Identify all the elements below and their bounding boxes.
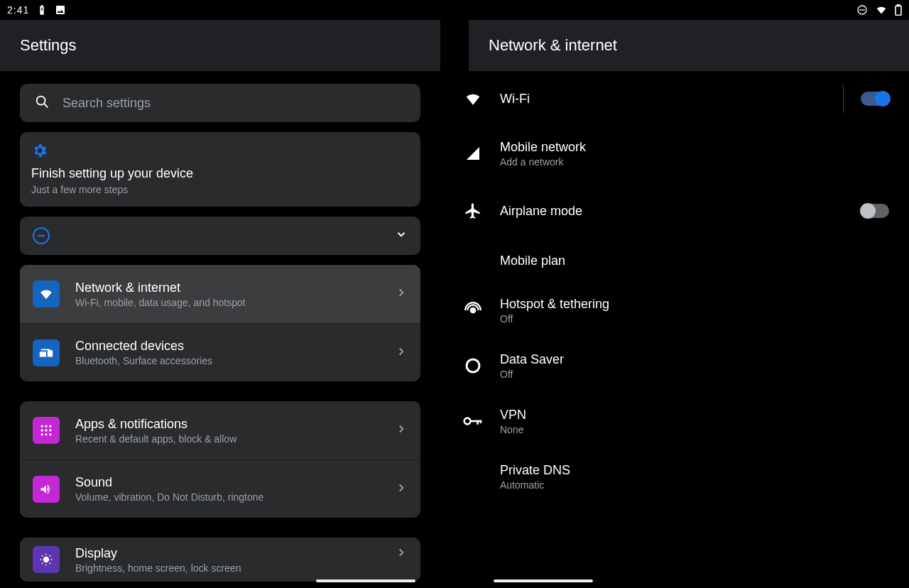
detail-title: Wi-Fi xyxy=(500,92,836,107)
airplane-icon xyxy=(453,202,493,220)
detail-title: Private DNS xyxy=(500,463,889,478)
nav-pill[interactable] xyxy=(316,579,415,582)
row-network[interactable]: Network & internet Wi-Fi, mobile, data u… xyxy=(20,265,420,323)
row-subtitle: Brightness, home screen, lock screen xyxy=(75,562,379,574)
svg-point-8 xyxy=(49,425,51,428)
dnd-icon xyxy=(856,4,868,16)
wifi-icon xyxy=(33,281,60,307)
svg-point-9 xyxy=(41,429,43,431)
image-icon xyxy=(55,4,66,16)
row-title: Connected devices xyxy=(75,339,379,354)
setup-subtitle: Just a few more steps xyxy=(31,184,409,195)
chevron-right-icon xyxy=(395,286,408,302)
detail-subtitle: Off xyxy=(500,313,889,325)
row-subtitle: Wi-Fi, mobile, data usage, and hotspot xyxy=(75,297,379,308)
wifi-icon xyxy=(453,89,493,108)
volume-icon xyxy=(33,476,60,503)
chevron-right-icon xyxy=(395,546,408,562)
detail-mobile-network[interactable]: Mobile network Add a network xyxy=(449,124,896,183)
detail-title: Hotspot & tethering xyxy=(500,297,889,312)
settings-group-2: Apps & notifications Recent & default ap… xyxy=(20,401,420,518)
detail-title: Mobile plan xyxy=(500,254,889,268)
battery-alert-icon xyxy=(36,4,48,16)
hotspot-icon xyxy=(453,301,493,320)
chevron-right-icon xyxy=(395,423,408,438)
nav-pill[interactable] xyxy=(494,579,593,582)
detail-subtitle: Add a network xyxy=(500,156,889,168)
clock: 2:41 xyxy=(7,4,29,16)
svg-point-14 xyxy=(49,433,51,435)
battery-empty-icon xyxy=(895,4,902,16)
detail-hotspot[interactable]: Hotspot & tethering Off xyxy=(449,283,896,338)
wifi-toggle[interactable] xyxy=(861,92,889,106)
svg-rect-3 xyxy=(897,4,899,6)
chevron-down-icon xyxy=(395,228,408,244)
row-sound[interactable]: Sound Volume, vibration, Do Not Disturb,… xyxy=(20,459,420,518)
row-title: Apps & notifications xyxy=(75,417,379,432)
svg-point-12 xyxy=(41,433,43,435)
detail-airplane[interactable]: Airplane mode xyxy=(449,183,896,239)
finish-setup-card[interactable]: Finish setting up your device Just a few… xyxy=(20,132,420,207)
svg-line-5 xyxy=(44,104,48,107)
row-subtitle: Bluetooth, Surface accessories xyxy=(75,355,379,366)
brightness-icon xyxy=(33,546,60,573)
airplane-toggle[interactable] xyxy=(861,204,889,218)
svg-rect-21 xyxy=(480,420,482,423)
svg-point-11 xyxy=(49,429,51,431)
status-bar: 2:41 xyxy=(0,0,909,20)
detail-title: Data Saver xyxy=(500,352,889,367)
svg-point-13 xyxy=(45,433,47,435)
search-icon xyxy=(34,94,50,112)
left-header: Settings xyxy=(0,20,440,71)
chevron-right-icon xyxy=(395,481,408,497)
suggestions-collapsed[interactable] xyxy=(20,217,420,255)
dnd-badge-icon xyxy=(33,227,50,244)
detail-title: Mobile network xyxy=(500,140,889,155)
gear-icon xyxy=(31,149,48,161)
vpn-key-icon xyxy=(453,414,493,428)
apps-icon xyxy=(33,417,60,444)
row-title: Sound xyxy=(75,475,379,490)
wifi-status-icon xyxy=(875,5,888,15)
right-title: Network & internet xyxy=(489,36,617,55)
svg-point-10 xyxy=(45,429,47,431)
svg-point-16 xyxy=(471,308,476,313)
row-connected-devices[interactable]: Connected devices Bluetooth, Surface acc… xyxy=(20,323,420,381)
detail-subtitle: Automatic xyxy=(500,479,889,491)
svg-point-17 xyxy=(467,359,479,372)
detail-vpn[interactable]: VPN None xyxy=(449,393,896,449)
detail-mobile-plan[interactable]: Mobile plan xyxy=(449,239,896,283)
datasaver-icon xyxy=(453,357,493,374)
chevron-right-icon xyxy=(395,345,408,361)
svg-rect-2 xyxy=(896,6,901,15)
detail-subtitle: None xyxy=(500,424,889,435)
svg-point-4 xyxy=(37,97,45,105)
row-display[interactable]: Display Brightness, home screen, lock sc… xyxy=(20,538,420,582)
setup-title: Finish setting up your device xyxy=(31,166,409,181)
detail-title: Airplane mode xyxy=(500,204,854,219)
settings-group-3: Display Brightness, home screen, lock sc… xyxy=(20,538,420,582)
detail-title: VPN xyxy=(500,408,889,423)
row-apps[interactable]: Apps & notifications Recent & default ap… xyxy=(20,401,420,459)
signal-icon xyxy=(453,145,493,162)
detail-private-dns[interactable]: Private DNS Automatic xyxy=(449,449,896,504)
gesture-nav-bar[interactable] xyxy=(0,579,909,582)
detail-wifi[interactable]: Wi-Fi xyxy=(449,74,896,124)
row-subtitle: Volume, vibration, Do Not Disturb, ringt… xyxy=(75,491,379,503)
settings-group-1: Network & internet Wi-Fi, mobile, data u… xyxy=(20,265,420,381)
svg-point-15 xyxy=(44,557,49,562)
svg-rect-20 xyxy=(477,420,479,425)
row-subtitle: Recent & default apps, block & allow xyxy=(75,433,379,445)
divider xyxy=(843,85,844,113)
svg-point-6 xyxy=(41,425,43,428)
search-settings[interactable] xyxy=(20,84,420,122)
left-title: Settings xyxy=(20,36,77,55)
search-input[interactable] xyxy=(62,96,406,111)
svg-point-7 xyxy=(45,425,47,428)
right-header: Network & internet xyxy=(469,20,909,71)
detail-subtitle: Off xyxy=(500,369,889,380)
svg-point-18 xyxy=(464,418,471,425)
devices-icon xyxy=(33,339,60,366)
detail-datasaver[interactable]: Data Saver Off xyxy=(449,338,896,393)
row-title: Display xyxy=(75,546,379,561)
